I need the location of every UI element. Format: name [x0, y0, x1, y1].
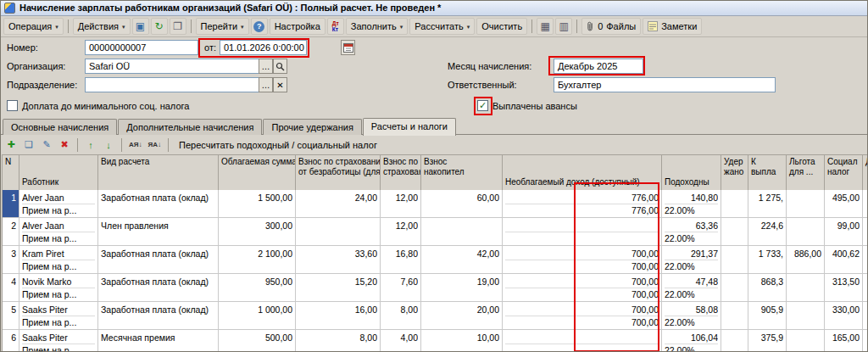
benefit-cell[interactable] [787, 274, 825, 302]
row-number-cell[interactable]: 3 [3, 246, 19, 274]
benefit-cell[interactable] [787, 218, 825, 246]
settings-button[interactable]: Настройка [270, 18, 326, 35]
exempt-income-cell[interactable]: 700,00 700,00 [503, 302, 662, 330]
withheld-cell[interactable] [721, 218, 748, 246]
edit-row-button[interactable]: ✎ [39, 137, 54, 153]
copy-document-button[interactable]: ❐ [170, 18, 186, 35]
income-tax-cell[interactable]: 58,08 22.00% [662, 302, 721, 330]
pension-contrib-cell[interactable]: 42,00 [421, 246, 503, 274]
unemployment-contrib-cell[interactable] [296, 218, 381, 246]
move-up-button[interactable]: ↑ [83, 137, 98, 153]
insurance-contrib-cell[interactable]: 7,60 [381, 274, 421, 302]
responsible-input[interactable]: Бухгалтер [554, 77, 776, 92]
to-pay-cell[interactable]: 1 275, [748, 190, 787, 218]
taxable-sum-cell[interactable]: 2 100,00 [219, 246, 296, 274]
income-tax-cell[interactable]: 63,36 22.00% [662, 218, 721, 246]
to-pay-cell[interactable]: 1 733, [748, 246, 787, 274]
table-row[interactable]: 2 Alver Jaan Прием на р... Член правлени… [3, 218, 868, 246]
social-tax-cell[interactable]: 313,50 [825, 274, 863, 302]
benefit-cell[interactable]: 886,00 [787, 246, 825, 274]
calendar-button[interactable] [341, 40, 355, 55]
unemployment-contrib-cell[interactable]: 16,00 [296, 302, 381, 330]
unemployment-contrib-cell[interactable]: 24,00 [296, 190, 381, 218]
department-input[interactable] [85, 77, 259, 92]
delete-row-button[interactable]: ✖ [57, 137, 72, 153]
pension-contrib-cell[interactable]: 19,00 [421, 274, 503, 302]
to-pay-cell[interactable]: 868,3 [748, 274, 787, 302]
social-tax-cell[interactable]: 99,00 [825, 218, 863, 246]
benefit-cell[interactable] [787, 302, 825, 330]
taxable-sum-cell[interactable]: 500,00 [219, 330, 296, 352]
calc-type-cell[interactable]: Заработная плата (оклад) [98, 274, 219, 302]
taxable-sum-cell[interactable]: 300,00 [219, 218, 296, 246]
income-tax-cell[interactable]: 140,80 22.00% [662, 190, 721, 218]
exempt-income-cell[interactable] [503, 330, 662, 352]
withheld-cell[interactable] [721, 246, 748, 274]
notes-button[interactable]: Заметки [643, 18, 702, 35]
table-view-button[interactable]: ▦ [537, 18, 554, 35]
employee-cell[interactable]: Kram Piret Прием на р... [19, 246, 98, 274]
calc-type-cell[interactable]: Месячная премия [98, 330, 219, 352]
benefit-cell[interactable] [787, 190, 825, 218]
exempt-income-cell[interactable] [503, 218, 662, 246]
refresh-button[interactable]: ↻ [151, 18, 168, 35]
taxable-sum-cell[interactable]: 1 000,00 [219, 302, 296, 330]
withheld-cell[interactable] [721, 190, 748, 218]
unemployment-contrib-cell[interactable]: 33,60 [296, 246, 381, 274]
benefit-cell[interactable] [787, 330, 825, 352]
tab-main-accruals[interactable]: Основные начисления [3, 119, 117, 135]
row-number-cell[interactable]: 4 [3, 274, 19, 302]
calc-type-cell[interactable]: Заработная плата (оклад) [98, 246, 219, 274]
insurance-contrib-cell[interactable]: 4,00 [381, 330, 421, 352]
exempt-income-cell[interactable]: 700,00 700,00 [503, 246, 662, 274]
to-pay-cell[interactable]: 375,9 [748, 330, 787, 352]
exempt-income-cell[interactable]: 700,00 700,00 [503, 274, 662, 302]
withheld-cell[interactable] [721, 330, 748, 352]
min-social-checkbox[interactable] [7, 100, 18, 111]
help-button[interactable]: ? [251, 18, 268, 35]
advances-paid-checkbox[interactable]: ✓ [477, 100, 488, 111]
table-row[interactable]: 1 Alver Jaan Прием на р... Заработная пл… [3, 190, 868, 218]
exempt-income-cell[interactable]: 776,00 776,00 [503, 190, 662, 218]
social-tax-cell[interactable]: 330,00 [825, 302, 863, 330]
date-input[interactable]: 01.01.2026 0:00:00 [220, 40, 307, 55]
to-pay-cell[interactable]: 224,6 [748, 218, 787, 246]
department-clear-button[interactable]: ✕ [273, 77, 287, 92]
table-row[interactable]: 3 Kram Piret Прием на р... Заработная пл… [3, 246, 868, 274]
pension-contrib-cell[interactable] [421, 218, 503, 246]
unemployment-contrib-cell[interactable]: 15,20 [296, 274, 381, 302]
fill-menu-button[interactable]: Заполнить ▾ [346, 18, 409, 35]
row-number-cell[interactable]: 1 [3, 190, 19, 218]
to-pay-cell[interactable]: 905,9 [748, 302, 787, 330]
employee-cell[interactable]: Saaks Piter Прием на р... [19, 330, 98, 352]
organization-select-button[interactable]: … [259, 59, 273, 74]
insurance-contrib-cell[interactable]: 12,00 [381, 218, 421, 246]
files-button[interactable]: 0 Файлы [581, 18, 641, 35]
row-number-cell[interactable]: 6 [3, 330, 19, 352]
calc-type-cell[interactable]: Член правления [98, 218, 219, 246]
withheld-cell[interactable] [721, 274, 748, 302]
goto-menu-button[interactable]: Перейти ▾ [196, 18, 249, 35]
social-tax-cell[interactable]: 165,00 [825, 330, 863, 352]
unemployment-contrib-cell[interactable]: 8,00 [296, 330, 381, 352]
actions-menu-button[interactable]: Действия ▾ [73, 18, 131, 35]
organization-input[interactable]: Safari OÜ [85, 59, 259, 74]
row-number-cell[interactable]: 2 [3, 218, 19, 246]
calc-type-cell[interactable]: Заработная плата (оклад) [98, 190, 219, 218]
insurance-contrib-cell[interactable]: 12,00 [381, 190, 421, 218]
calculate-menu-button[interactable]: Рассчитать ▾ [409, 18, 475, 35]
insurance-contrib-cell[interactable]: 16,80 [381, 246, 421, 274]
social-tax-cell[interactable]: 400,62 [825, 246, 863, 274]
income-tax-cell[interactable]: 291,37 22.00% [662, 246, 721, 274]
move-down-button[interactable]: ↓ [101, 137, 116, 153]
sort-desc-button[interactable]: ЯА↓ [147, 137, 164, 153]
pension-contrib-cell[interactable]: 10,00 [421, 330, 503, 352]
pension-contrib-cell[interactable]: 20,00 [421, 302, 503, 330]
taxable-sum-cell[interactable]: 1 500,00 [219, 190, 296, 218]
calc-type-cell[interactable]: Заработная плата (оклад) [98, 302, 219, 330]
department-select-button[interactable]: … [259, 77, 273, 92]
employee-cell[interactable]: Saaks Piter Прием на р... [19, 302, 98, 330]
organization-search-button[interactable] [273, 59, 287, 74]
employee-cell[interactable]: Alver Jaan Прием на р... [19, 218, 98, 246]
clear-button[interactable]: Очистить [476, 18, 527, 35]
